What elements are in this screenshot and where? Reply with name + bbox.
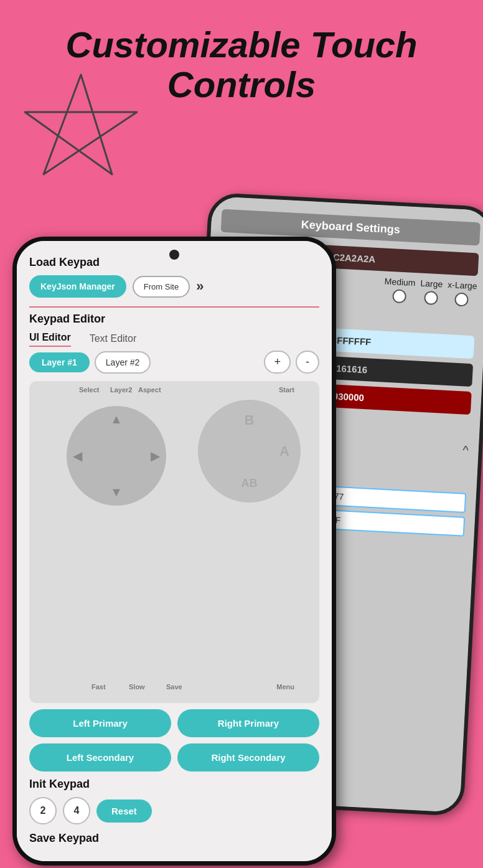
editor-tabs: UI Editor Text Editor (29, 332, 319, 347)
more-options-button[interactable]: » (196, 278, 204, 295)
size-large[interactable]: Large (420, 278, 443, 306)
size-medium-radio[interactable] (392, 289, 406, 303)
add-layer-button[interactable]: + (264, 351, 291, 374)
keypad-editor-title: Keypad Editor (29, 313, 319, 326)
layer-row: Layer #1 Layer #2 + - (29, 351, 319, 374)
save-keypad-title: Save Keypad (29, 832, 319, 845)
size-medium-label: Medium (384, 276, 416, 288)
menu-label: Menu (276, 683, 294, 691)
size-large-label: Large (420, 278, 443, 290)
left-primary-button[interactable]: Left Primary (29, 709, 171, 737)
size-medium[interactable]: Medium (383, 276, 416, 304)
init-keypad-section: Init Keypad 2 4 Reset (29, 778, 319, 824)
layer2-label: Layer2 (110, 386, 132, 394)
init-keypad-row: 2 4 Reset (29, 797, 319, 824)
dpad-circle: ▲ ▼ ◀ ▶ (67, 406, 166, 506)
right-secondary-button[interactable]: Right Secondary (177, 743, 319, 771)
fast-label: Fast (91, 683, 106, 691)
size-xlarge-label: x-Large (448, 280, 477, 291)
init-keypad-title: Init Keypad (29, 778, 319, 791)
tab-text-editor[interactable]: Text Editor (90, 333, 137, 347)
left-secondary-button[interactable]: Left Secondary (29, 743, 171, 771)
layer-1-button[interactable]: Layer #1 (29, 352, 90, 372)
size-xlarge[interactable]: x-Large (446, 280, 477, 307)
size-large-radio[interactable] (424, 291, 438, 305)
title-line2: Controls (167, 64, 316, 105)
num-button-2[interactable]: 2 (29, 797, 57, 824)
button-AB[interactable]: AB (242, 477, 258, 490)
gamepad-area: Select Layer2 Aspect Start ▲ ▼ ◀ ▶ B A A… (29, 381, 319, 703)
start-label: Start (279, 386, 294, 394)
dpad-right-arrow[interactable]: ▶ (151, 448, 160, 463)
action-buttons-circle[interactable]: B A AB (198, 400, 301, 502)
select-label: Select (79, 386, 99, 394)
size-xlarge-radio[interactable] (454, 293, 469, 307)
button-B[interactable]: B (245, 412, 255, 428)
title-line1: Customizable Touch (66, 24, 418, 65)
layer-2-button[interactable]: Layer #2 (95, 351, 151, 374)
load-keypad-row: KeyJson Manager From Site » (29, 275, 319, 298)
save-keypad-section: Save Keypad (29, 832, 319, 851)
dpad-up-arrow[interactable]: ▲ (110, 412, 123, 427)
save-label: Save (166, 683, 182, 691)
phone-screen: Load Keypad KeyJson Manager From Site » … (17, 241, 332, 861)
button-A[interactable]: A (279, 443, 289, 460)
num-button-4[interactable]: 4 (63, 797, 90, 824)
reset-button[interactable]: Reset (96, 800, 152, 823)
camera-notch (169, 250, 179, 260)
divider-1 (29, 306, 319, 308)
keyjson-manager-button[interactable]: KeyJson Manager (29, 275, 126, 298)
from-site-button[interactable]: From Site (133, 276, 190, 298)
bottom-action-buttons: Left Primary Right Primary Left Secondar… (29, 709, 319, 771)
dpad-left-arrow[interactable]: ◀ (73, 448, 82, 463)
remove-layer-button[interactable]: - (296, 351, 319, 374)
right-primary-button[interactable]: Right Primary (177, 709, 319, 737)
dpad-down-arrow[interactable]: ▼ (110, 485, 123, 499)
page-title: Customizable Touch Controls (0, 25, 483, 105)
front-phone: Load Keypad KeyJson Manager From Site » … (12, 237, 336, 866)
tab-ui-editor[interactable]: UI Editor (29, 332, 71, 347)
aspect-label: Aspect (138, 386, 161, 394)
dpad[interactable]: ▲ ▼ ◀ ▶ (67, 406, 166, 506)
slow-label: Slow (129, 683, 145, 691)
